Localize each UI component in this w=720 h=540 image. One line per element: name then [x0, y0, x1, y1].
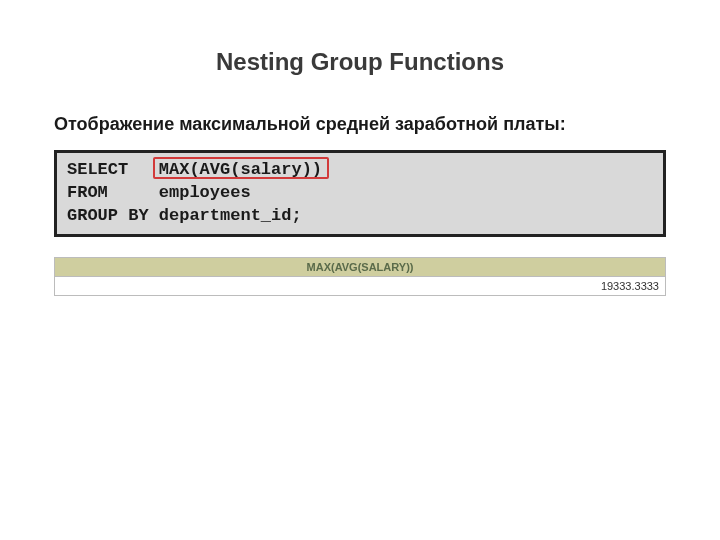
- result-table: MAX(AVG(SALARY)) 19333.3333: [54, 257, 666, 296]
- code-line-2: FROM employees: [67, 183, 251, 202]
- slide-title: Nesting Group Functions: [0, 48, 720, 76]
- highlight-box: [153, 157, 329, 179]
- table-row: 19333.3333: [55, 277, 666, 296]
- table-header-row: MAX(AVG(SALARY)): [55, 258, 666, 277]
- slide: Nesting Group Functions Отображение макс…: [0, 48, 720, 540]
- result-header: MAX(AVG(SALARY)): [55, 258, 666, 277]
- sql-code-box: SELECT MAX(AVG(salary)) FROM employees G…: [54, 150, 666, 237]
- result-value: 19333.3333: [55, 277, 666, 296]
- slide-subtitle: Отображение максимальной средней заработ…: [54, 112, 666, 136]
- code-line-3: GROUP BY department_id;: [67, 206, 302, 225]
